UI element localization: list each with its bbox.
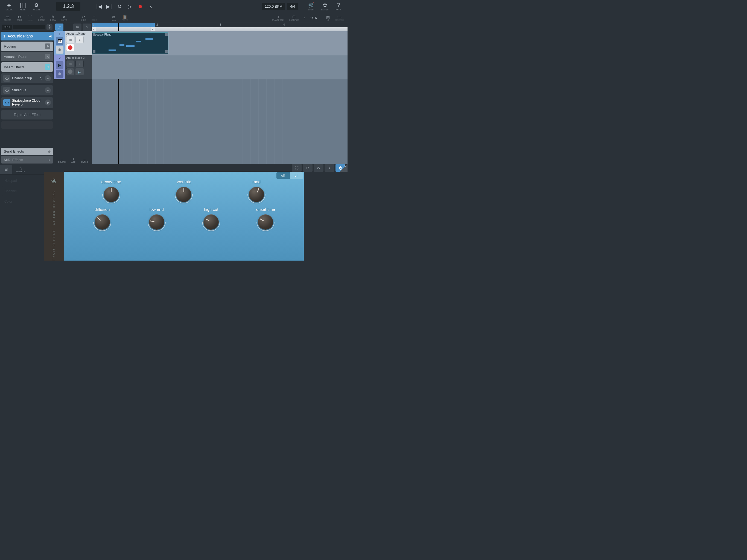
track-lane-1[interactable]: Acoustic Piano xyxy=(92,31,347,55)
send-effects-section[interactable]: Send Effects ⎚ xyxy=(1,148,53,155)
edit-button[interactable]: e xyxy=(45,100,51,105)
empty-effect-slot[interactable] xyxy=(1,121,53,129)
expand-tracks-button[interactable]: ⇵ xyxy=(55,24,63,31)
track-name-label[interactable]: Audio Track 2 xyxy=(66,56,91,59)
shop-menu[interactable]: 🛒SHOP xyxy=(304,2,318,11)
timesig-display[interactable]: 4/4 xyxy=(287,3,298,10)
effect-stratosphere[interactable]: ⏻ Stratosphere Cloud Reverb e xyxy=(1,97,53,108)
track-header[interactable]: 1 Acoustic Piano ◀ xyxy=(1,32,54,41)
record-arm-button[interactable] xyxy=(66,68,74,75)
right-locator[interactable]: R xyxy=(151,27,155,31)
instrument-section[interactable]: Acoustic Piano △ xyxy=(1,52,53,61)
add-track-button[interactable]: +ADD xyxy=(71,157,75,163)
edit-button[interactable]: e xyxy=(45,87,51,93)
knob-dial[interactable] xyxy=(258,214,273,230)
knob-wet-mix[interactable]: wet mix xyxy=(168,179,200,202)
knob-dial[interactable] xyxy=(249,187,264,202)
add-effect-button[interactable]: Tap to Add Effect xyxy=(1,110,53,120)
duplicate-track-button[interactable]: ⌄DUPLC xyxy=(81,157,88,163)
setup-menu[interactable]: ✿SETUP xyxy=(318,2,332,11)
help-menu[interactable]: ?HELP xyxy=(332,2,345,11)
knob-high-cut[interactable]: high cut xyxy=(195,207,228,230)
global-mute-button[interactable]: m xyxy=(73,24,81,31)
select-tool[interactable]: ▭SELECT xyxy=(1,15,14,21)
effect-channel-strip[interactable]: ⏻ Channel Strip ∿ e xyxy=(1,73,53,83)
knob-dial[interactable] xyxy=(104,187,119,202)
arrange-area[interactable]: 1 2 3 4 L R Acoustic Piano xyxy=(92,23,347,164)
effect-studioeq[interactable]: ⏻ StudioEQ e xyxy=(1,85,53,96)
knob-diffusion[interactable]: diffusion xyxy=(86,207,119,230)
sidechain-button[interactable]: ⫰ xyxy=(325,164,334,172)
forward-button[interactable]: ▶∣ xyxy=(104,1,114,12)
grid-button[interactable]: ▦1/8 xyxy=(324,15,332,21)
global-solo-button[interactable]: s xyxy=(83,24,91,31)
quantize-button[interactable]: QQUANTIZE xyxy=(286,15,301,21)
read-automation-button[interactable]: R xyxy=(303,164,312,172)
knob-decay-time[interactable]: decay time xyxy=(95,179,128,202)
dim-item[interactable]: Color xyxy=(2,197,42,206)
loop-button[interactable]: ↺ xyxy=(114,1,125,12)
copy-button[interactable]: ⧉COPY xyxy=(108,15,119,21)
keys-menu[interactable]: ∣∣∣KEYS xyxy=(16,2,29,11)
write-automation-button[interactable]: W xyxy=(314,164,324,172)
edit-button[interactable]: e xyxy=(45,75,51,81)
erase-tool[interactable]: ▱ERASE xyxy=(35,15,48,21)
knob-dial[interactable] xyxy=(203,214,219,230)
bypass-toggle[interactable]: off on xyxy=(277,172,303,179)
position-display[interactable]: 1.2.3 xyxy=(56,2,80,11)
knob-low-end[interactable]: low end xyxy=(140,207,173,230)
tempo-display[interactable]: 120.0 BPM xyxy=(262,3,285,10)
left-locator[interactable]: L xyxy=(92,27,96,31)
record-arm-button[interactable] xyxy=(66,44,74,51)
midi-clip[interactable]: Acoustic Piano xyxy=(92,32,169,54)
insert-effects-section[interactable]: Insert Effects ⊟ xyxy=(1,62,53,72)
mixer-menu[interactable]: ⚙MIXER xyxy=(29,2,43,11)
midi-effects-section[interactable]: MIDI Effects ⊸ xyxy=(1,156,53,163)
cpu-info-button[interactable]: ⓘ xyxy=(47,24,52,30)
monitor-button[interactable]: 🔈 xyxy=(75,68,84,75)
power-button[interactable]: ⏻ xyxy=(3,75,10,82)
track-name-label[interactable]: Acoust...Piano xyxy=(66,32,91,35)
snap-value[interactable]: 1/16 xyxy=(308,16,318,20)
toggle-off[interactable]: off xyxy=(277,172,290,179)
mute-button[interactable]: m xyxy=(66,60,74,67)
power-button[interactable]: ⏻ xyxy=(3,87,10,94)
solo-button[interactable]: s xyxy=(75,60,84,67)
paste-button[interactable]: 📋PASTE xyxy=(119,15,130,21)
track-lane-2[interactable] xyxy=(92,55,347,79)
power-button[interactable]: ⏻ xyxy=(3,99,10,106)
mute-tool[interactable]: ✕MUTE xyxy=(59,15,70,21)
presets-tab-button[interactable]: ☆PRESETS xyxy=(12,164,29,174)
close-panel-button[interactable]: ✕ xyxy=(340,164,347,172)
knob-dial[interactable] xyxy=(176,187,191,202)
stretch-button[interactable]: ⟷STRETCH xyxy=(332,15,346,21)
glue-tool[interactable]: ⌒GLUE xyxy=(25,15,35,21)
record-button[interactable] xyxy=(135,1,146,12)
metronome-button[interactable]: ▵ xyxy=(146,1,156,12)
knob-dial[interactable] xyxy=(95,214,110,230)
media-menu[interactable]: ◈MEDIA xyxy=(2,2,16,11)
knob-dial[interactable] xyxy=(149,214,164,230)
loop-region[interactable] xyxy=(92,23,155,27)
knob-onset-time[interactable]: onset time xyxy=(249,207,282,230)
freeze-button[interactable]: ❄ xyxy=(56,46,63,54)
play-button[interactable]: ▷ xyxy=(125,1,135,12)
freeze-button[interactable]: ❄ xyxy=(56,70,63,78)
plugin-tab-button[interactable]: ⊟ xyxy=(0,164,12,174)
solo-button[interactable]: s xyxy=(75,36,84,43)
toggle-on[interactable]: on xyxy=(290,172,303,179)
delete-track-button[interactable]: −DELETE xyxy=(58,157,66,163)
transpose-button[interactable]: ⎍TRANSPOSE xyxy=(269,15,286,21)
split-tool[interactable]: ✂SPLIT xyxy=(14,15,25,21)
dim-item[interactable]: Notepad xyxy=(2,176,42,185)
dim-item[interactable]: Channel xyxy=(2,186,42,196)
timeline-ruler[interactable]: 1 2 3 4 L R xyxy=(92,23,347,31)
track-row-1[interactable]: 1 🎹 ❄ Acoust...Piano m s xyxy=(54,31,92,55)
snap-chevron-icon[interactable]: 〉 xyxy=(302,16,308,21)
compare-button[interactable]: ⛶ xyxy=(292,164,302,172)
undo-button[interactable]: ↶UNDO xyxy=(78,15,89,21)
draw-tool[interactable]: ✎DRAW xyxy=(47,15,58,21)
knob-mod[interactable]: mod xyxy=(240,179,273,202)
track-row-2[interactable]: 2 ▶ ❄ Audio Track 2 m s 🔈 xyxy=(54,55,92,79)
redo-button[interactable]: ↷REDO xyxy=(89,15,100,21)
